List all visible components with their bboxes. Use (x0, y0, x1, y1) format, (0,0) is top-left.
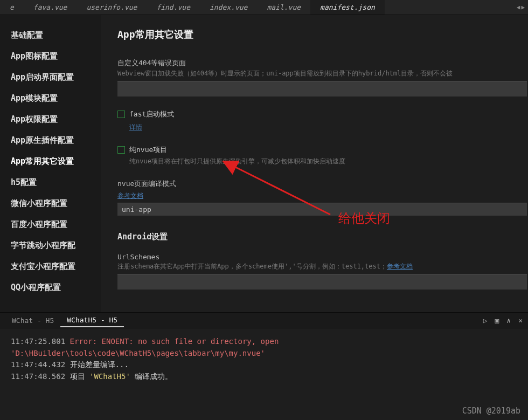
console-close-icon[interactable]: ⨯ (518, 316, 523, 325)
config-sidebar: 基础配置 App图标配置 App启动界面配置 App模块配置 App权限配置 A… (0, 15, 101, 312)
urlschemes-label: UrlSchemes (117, 253, 528, 261)
sidebar-item-plugin[interactable]: App原生插件配置 (0, 130, 101, 151)
compile-select[interactable]: uni-app (117, 203, 527, 216)
tab-find[interactable]: find.vue (147, 0, 200, 15)
sidebar-item-module[interactable]: App模块配置 (0, 88, 101, 109)
urlschemes-desc: 注册schema在其它App中打开当前App，多个scheme使用','号分割，… (117, 262, 528, 271)
fast-checkbox[interactable] (117, 111, 125, 118)
console-stop-icon[interactable]: ▣ (495, 316, 499, 325)
tab-index[interactable]: index.vue (200, 0, 257, 15)
sidebar-item-other[interactable]: App常用其它设置 (0, 151, 101, 172)
tab-prev-icon[interactable]: ◀ (517, 4, 520, 11)
annotation-text: 给他关闭 (338, 210, 390, 227)
sidebar-item-basic[interactable]: 基础配置 (0, 25, 101, 46)
android-title: Android设置 (117, 232, 528, 242)
console-output: 11:47:25.801 Error: ENOENT: no such file… (0, 328, 528, 404)
console-tab-wchat[interactable]: WChat - H5 (5, 314, 60, 327)
urlschemes-link[interactable]: 参考文档 (387, 263, 413, 270)
watermark: CSDN @2019ab (462, 406, 520, 416)
fast-link[interactable]: 详情 (129, 123, 142, 131)
error404-input[interactable] (117, 81, 527, 97)
tab-e[interactable]: e (0, 0, 24, 15)
fast-label: fast启动模式 (129, 109, 174, 119)
compile-link[interactable]: 参考文档 (117, 192, 143, 199)
console-actions: ▷ ▣ ∧ ⨯ (483, 316, 523, 325)
nvue-desc: 纯nvue项目将在打包时只提供原生渲染引擎，可减少包体积和加快启动速度 (129, 157, 528, 166)
error404-label: 自定义404等错误页面 (117, 58, 528, 68)
nvue-checkbox[interactable] (117, 146, 125, 154)
sidebar-item-bytedance[interactable]: 字节跳动小程序配 (0, 235, 101, 256)
page-title: App常用其它设置 (117, 28, 528, 41)
urlschemes-input[interactable] (117, 274, 527, 290)
console-line-1: 11:47:25.801 Error: ENOENT: no such file… (11, 336, 517, 359)
tab-mail[interactable]: mail.vue (257, 0, 310, 15)
console-run-icon[interactable]: ▷ (483, 316, 488, 325)
fast-row: fast启动模式 (117, 109, 528, 119)
tab-fava[interactable]: fava.vue (24, 0, 77, 15)
error404-desc: Webview窗口加载失败（如404等）时显示的页面；uni-app项目需放到根… (117, 69, 528, 78)
tab-manifest[interactable]: manifest.json (310, 0, 385, 15)
tab-next-icon[interactable]: ▶ (521, 4, 525, 11)
content-panel: App常用其它设置 自定义404等错误页面 Webview窗口加载失败（如404… (101, 15, 528, 312)
sidebar-item-baidu[interactable]: 百度小程序配置 (0, 214, 101, 235)
sidebar-item-qq[interactable]: QQ小程序配置 (0, 277, 101, 298)
sidebar-item-icon[interactable]: App图标配置 (0, 46, 101, 67)
editor-tabs: e fava.vue userinfo.vue find.vue index.v… (0, 0, 528, 15)
console-expand-icon[interactable]: ∧ (506, 316, 511, 325)
console-line-2: 11:47:44.432 开始差量编译... (11, 359, 517, 371)
sidebar-item-permission[interactable]: App权限配置 (0, 109, 101, 130)
sidebar-item-alipay[interactable]: 支付宝小程序配置 (0, 256, 101, 277)
compile-label: nvue页面编译模式 (117, 179, 528, 189)
tab-userinfo[interactable]: userinfo.vue (77, 0, 147, 15)
console-tab-wchath5[interactable]: WChatH5 - H5 (60, 314, 124, 327)
tab-scroll-arrows: ◀ ▶ (513, 0, 528, 15)
sidebar-item-h5[interactable]: h5配置 (0, 172, 101, 193)
console-line-3: 11:47:48.562 项目 'WChatH5' 编译成功。 (11, 371, 517, 383)
nvue-row: 纯nvue项目 (117, 145, 528, 155)
sidebar-item-splash[interactable]: App启动界面配置 (0, 67, 101, 88)
main-area: 基础配置 App图标配置 App启动界面配置 App模块配置 App权限配置 A… (0, 15, 528, 312)
console-tabs: WChat - H5 WChatH5 - H5 ▷ ▣ ∧ ⨯ (0, 312, 528, 328)
nvue-label: 纯nvue项目 (129, 145, 167, 155)
sidebar-item-wechat[interactable]: 微信小程序配置 (0, 193, 101, 214)
